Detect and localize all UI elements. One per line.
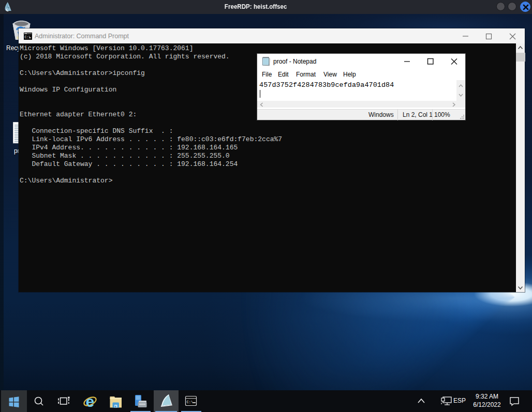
svg-text:C:\: C:\ — [187, 400, 194, 404]
svg-text:C:\: C:\ — [25, 36, 31, 39]
svg-text:e: e — [86, 393, 95, 410]
